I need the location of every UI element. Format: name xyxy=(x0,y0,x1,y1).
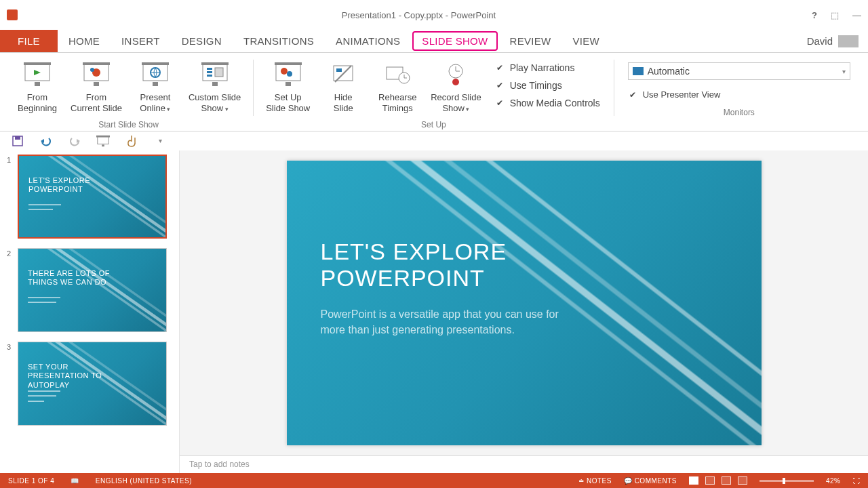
slide-subtitle[interactable]: PowerPoint is a versatile app that you c… xyxy=(321,306,585,338)
group-start-slide-show: From Beginning From Current Slide Presen… xyxy=(8,57,249,129)
tab-view[interactable]: VIEW xyxy=(562,30,611,52)
present-online-button[interactable]: Present Online xyxy=(132,57,179,117)
separator xyxy=(253,60,254,116)
undo-icon[interactable] xyxy=(39,134,53,148)
thumbnail-row: 3 SET YOUR PRESENTATION TO AUTOPLAY ▬▬▬▬… xyxy=(7,342,172,426)
start-from-beginning-icon[interactable] xyxy=(96,134,110,148)
from-current-slide-label: From Current Slide xyxy=(71,92,122,115)
chevron-down-icon: ▾ xyxy=(842,68,846,75)
svg-rect-10 xyxy=(142,62,169,65)
set-up-slide-show-button[interactable]: Set Up Slide Show xyxy=(263,57,313,117)
status-bar: SLIDE 1 OF 4 📖 ENGLISH (UNITED STATES) ≐… xyxy=(0,473,868,488)
tab-review[interactable]: REVIEW xyxy=(499,30,562,52)
tab-design[interactable]: DESIGN xyxy=(171,30,233,52)
tab-transitions[interactable]: TRANSITIONS xyxy=(233,30,325,52)
thumbnail-subtext: ▬▬▬▬▬▬▬▬▬▬▬▬▬▬ xyxy=(28,202,118,213)
custom-slide-show-button[interactable]: Custom Slide Show xyxy=(186,57,243,117)
monitor-icon xyxy=(633,67,644,75)
signed-in-user[interactable]: David xyxy=(797,30,868,52)
view-buttons xyxy=(689,476,747,485)
tab-insert[interactable]: INSERT xyxy=(111,30,171,52)
from-beginning-icon xyxy=(21,60,54,89)
slide-position[interactable]: SLIDE 1 OF 4 xyxy=(8,477,54,485)
ribbon: From Beginning From Current Slide Presen… xyxy=(0,53,868,131)
slide-thumbnail-1[interactable]: LET'S EXPLORE POWERPOINT ▬▬▬▬▬▬▬▬▬▬▬▬▬▬ xyxy=(18,155,167,239)
use-presenter-view-checkbox[interactable]: ✔Use Presenter View xyxy=(628,89,850,100)
svg-rect-41 xyxy=(98,136,108,144)
monitor-select[interactable]: Automatic ▾ xyxy=(628,62,850,80)
minimize-icon[interactable]: — xyxy=(852,10,861,20)
hide-slide-button[interactable]: Hide Slide xyxy=(319,57,367,117)
svg-rect-11 xyxy=(153,82,158,86)
from-current-slide-button[interactable]: From Current Slide xyxy=(68,57,125,117)
language-status[interactable]: ENGLISH (UNITED STATES) xyxy=(96,477,192,485)
slide-thumbnail-3[interactable]: SET YOUR PRESENTATION TO AUTOPLAY ▬▬▬▬▬▬… xyxy=(18,342,167,426)
svg-rect-43 xyxy=(102,144,104,146)
svg-rect-23 xyxy=(285,82,291,86)
spellcheck-icon[interactable]: 📖 xyxy=(71,477,79,485)
qat-more-icon[interactable]: ▾ xyxy=(153,134,167,148)
comments-toggle[interactable]: 💬 COMMENTS xyxy=(624,477,677,485)
svg-point-25 xyxy=(287,71,292,77)
use-timings-checkbox[interactable]: ✔Use Timings xyxy=(495,80,600,91)
present-online-icon xyxy=(139,60,172,89)
document-title: Presentation1 - Copy.pptx - PowerPoint xyxy=(26,10,812,20)
svg-rect-16 xyxy=(212,82,218,86)
rehearse-timings-icon xyxy=(381,60,414,89)
slide-sorter-view-icon[interactable] xyxy=(705,476,715,485)
group-label-setup: Set Up xyxy=(421,120,446,129)
fit-to-window-icon[interactable]: ⛶ xyxy=(853,477,861,485)
svg-rect-1 xyxy=(24,62,51,65)
touch-mode-icon[interactable] xyxy=(125,134,138,148)
thumbnail-row: 2 THERE ARE LOTS OF THINGS WE CAN DO ▬▬▬… xyxy=(7,248,172,332)
thumbnail-title: LET'S EXPLORE POWERPOINT xyxy=(28,176,125,195)
slideshow-view-icon[interactable] xyxy=(738,476,747,485)
monitor-select-value: Automatic xyxy=(648,66,838,77)
notes-toggle[interactable]: ≐ NOTES xyxy=(578,477,612,485)
ribbon-tabs: FILE HOME INSERT DESIGN TRANSITIONS ANIM… xyxy=(0,30,868,53)
current-slide[interactable]: LET'S EXPLORE POWERPOINT PowerPoint is a… xyxy=(287,161,762,445)
from-beginning-button[interactable]: From Beginning xyxy=(14,57,61,117)
thumbnail-title: THERE ARE LOTS OF THINGS WE CAN DO xyxy=(28,269,125,288)
title-bar: Presentation1 - Copy.pptx - PowerPoint ?… xyxy=(0,0,868,30)
from-current-slide-icon xyxy=(80,60,113,89)
set-up-slide-show-label: Set Up Slide Show xyxy=(266,92,310,115)
show-media-controls-checkbox[interactable]: ✔Show Media Controls xyxy=(495,98,600,108)
slide-editor: LET'S EXPLORE POWERPOINT PowerPoint is a… xyxy=(180,150,868,474)
rehearse-timings-button[interactable]: Rehearse Timings xyxy=(374,57,421,117)
svg-rect-22 xyxy=(275,62,302,65)
tab-animations[interactable]: ANIMATIONS xyxy=(325,30,411,52)
svg-rect-27 xyxy=(336,68,342,72)
record-slide-show-button[interactable]: Record Slide Show xyxy=(428,57,484,117)
tab-file[interactable]: FILE xyxy=(0,30,58,52)
slide-canvas[interactable]: LET'S EXPLORE POWERPOINT PowerPoint is a… xyxy=(180,150,868,456)
slide-thumbnail-panel[interactable]: 1 LET'S EXPLORE POWERPOINT ▬▬▬▬▬▬▬▬▬▬▬▬▬… xyxy=(0,150,180,474)
redo-icon[interactable] xyxy=(68,134,81,148)
custom-slide-show-label: Custom Slide Show xyxy=(189,92,241,115)
zoom-percent[interactable]: 42% xyxy=(826,477,841,485)
powerpoint-icon xyxy=(7,9,18,20)
help-icon[interactable]: ? xyxy=(812,10,817,20)
slide-title[interactable]: LET'S EXPLORE POWERPOINT xyxy=(321,239,612,291)
zoom-slider[interactable] xyxy=(760,480,814,482)
svg-point-24 xyxy=(281,68,288,75)
hide-slide-icon xyxy=(327,60,359,89)
reading-view-icon[interactable] xyxy=(722,476,731,485)
slide-thumbnail-2[interactable]: THERE ARE LOTS OF THINGS WE CAN DO ▬▬▬▬▬… xyxy=(18,248,167,332)
group-monitors: Automatic ▾ ✔Use Presenter View Monitors xyxy=(618,57,860,129)
play-narrations-checkbox[interactable]: ✔Play Narrations xyxy=(495,62,600,73)
tab-slide-show[interactable]: SLIDE SHOW xyxy=(412,31,497,51)
svg-rect-2 xyxy=(35,82,40,86)
ribbon-display-options-icon[interactable]: ⬚ xyxy=(831,10,839,20)
record-slide-show-label: Record Slide Show xyxy=(431,92,481,115)
normal-view-icon[interactable] xyxy=(689,476,698,485)
thumbnail-number: 2 xyxy=(7,248,14,258)
thumbnail-number: 3 xyxy=(7,342,14,351)
tab-home[interactable]: HOME xyxy=(58,30,111,52)
checkmark-icon: ✔ xyxy=(495,81,505,90)
show-media-controls-label: Show Media Controls xyxy=(510,98,600,108)
notes-pane[interactable]: Tap to add notes xyxy=(180,455,868,473)
save-icon[interactable] xyxy=(11,134,24,148)
use-presenter-view-label: Use Presenter View xyxy=(643,89,721,100)
thumbnail-subtext: ▬▬▬▬▬▬▬▬▬▬▬▬▬▬▬▬▬▬▬ xyxy=(28,388,119,404)
